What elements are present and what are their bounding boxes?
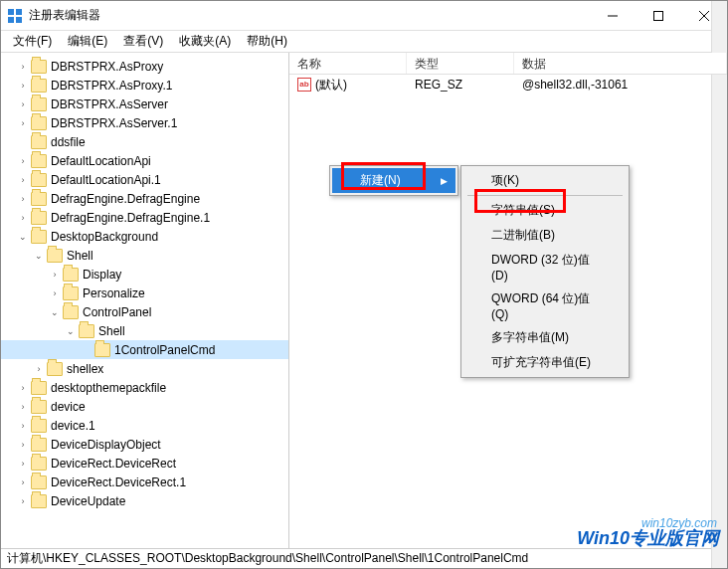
- tree-item-label: DefaultLocationApi.1: [51, 173, 161, 187]
- tree-item-label: DefaultLocationApi: [51, 154, 151, 168]
- list-header: 名称 类型 数据: [289, 53, 727, 75]
- column-type[interactable]: 类型: [407, 53, 514, 74]
- tree-item[interactable]: ›DefaultLocationApi.1: [1, 170, 288, 189]
- folder-icon: [31, 135, 47, 149]
- submenu-arrow-icon: ▶: [441, 176, 448, 186]
- menu-favorites[interactable]: 收藏夹(A): [171, 31, 239, 52]
- submenu-item[interactable]: 二进制值(B): [463, 223, 627, 248]
- tree-expanded-icon[interactable]: ⌄: [33, 250, 45, 262]
- tree-item[interactable]: ›DeviceUpdate: [1, 491, 288, 510]
- tree-item[interactable]: 1ControlPanelCmd: [1, 340, 288, 359]
- menu-edit[interactable]: 编辑(E): [60, 31, 115, 52]
- submenu-item[interactable]: QWORD (64 位)值(Q): [463, 286, 627, 325]
- submenu-item-label: QWORD (64 位)值(Q): [491, 290, 603, 321]
- menu-help[interactable]: 帮助(H): [239, 31, 295, 52]
- folder-icon: [31, 116, 47, 130]
- tree-item[interactable]: ›device: [1, 397, 288, 416]
- folder-icon: [31, 192, 47, 206]
- tree-collapsed-icon[interactable]: ›: [17, 439, 29, 451]
- tree-item-label: Personalize: [83, 286, 145, 300]
- tree-item[interactable]: ›DeviceRect.DeviceRect.1: [1, 473, 288, 491]
- string-value-icon: ab: [297, 78, 311, 92]
- tree-item[interactable]: ›DefaultLocationApi: [1, 151, 288, 170]
- folder-icon: [31, 400, 47, 414]
- tree-item-label: DeviceUpdate: [51, 494, 125, 508]
- context-menu[interactable]: 新建(N) ▶: [329, 165, 458, 196]
- tree-item[interactable]: ›DeviceDisplayObject: [1, 435, 288, 454]
- tree-item-label: DefragEngine.DefragEngine.1: [51, 211, 210, 225]
- tree-item[interactable]: ›Display: [1, 265, 288, 284]
- folder-icon: [31, 475, 47, 489]
- tree-expanded-icon[interactable]: ⌄: [17, 231, 29, 243]
- tree-item[interactable]: ⌄DesktopBackground: [1, 227, 288, 246]
- submenu-item[interactable]: 可扩充字符串值(E): [463, 350, 627, 375]
- menu-item-new-label: 新建(N): [360, 172, 401, 189]
- folder-icon: [63, 268, 79, 282]
- submenu-item[interactable]: 字符串值(S): [463, 198, 627, 223]
- tree-collapsed-icon[interactable]: ›: [17, 193, 29, 205]
- tree-item[interactable]: ›DefragEngine.DefragEngine.1: [1, 208, 288, 227]
- tree-panel[interactable]: ›DBRSTPRX.AsProxy›DBRSTPRX.AsProxy.1›DBR…: [1, 53, 289, 548]
- list-row[interactable]: ab(默认) REG_SZ @shell32.dll,-31061: [289, 75, 727, 95]
- tree-item[interactable]: ›shellex: [1, 359, 288, 378]
- column-data[interactable]: 数据: [514, 53, 727, 74]
- tree-collapsed-icon[interactable]: ›: [49, 287, 61, 299]
- tree-collapsed-icon[interactable]: ›: [17, 61, 29, 73]
- tree-item-label: Display: [83, 268, 121, 282]
- tree-item[interactable]: ›DBRSTPRX.AsProxy: [1, 57, 288, 76]
- submenu-new[interactable]: 项(K)字符串值(S)二进制值(B)DWORD (32 位)值(D)QWORD …: [460, 165, 630, 378]
- value-data: @shell32.dll,-31061: [514, 78, 727, 92]
- menu-file[interactable]: 文件(F): [5, 31, 60, 52]
- tree-item[interactable]: ⌄Shell: [1, 321, 288, 340]
- submenu-item[interactable]: 多字符串值(M): [463, 325, 627, 350]
- tree-item[interactable]: ›desktopthemepackfile: [1, 378, 288, 397]
- tree-collapsed-icon[interactable]: ›: [17, 155, 29, 167]
- submenu-item[interactable]: DWORD (32 位)值(D): [463, 248, 627, 286]
- tree-collapsed-icon[interactable]: ›: [17, 382, 29, 394]
- submenu-item-label: 字符串值(S): [491, 202, 555, 219]
- tree-item-label: Shell: [67, 249, 93, 263]
- tree-collapsed-icon[interactable]: ›: [17, 80, 29, 92]
- menu-view[interactable]: 查看(V): [115, 31, 171, 52]
- submenu-item-label: 多字符串值(M): [491, 329, 569, 346]
- submenu-item-label: 二进制值(B): [491, 227, 555, 244]
- tree-expanded-icon[interactable]: ⌄: [65, 325, 77, 337]
- window-title: 注册表编辑器: [29, 7, 100, 24]
- tree-collapsed-icon[interactable]: ›: [17, 420, 29, 432]
- tree-collapsed-icon[interactable]: ›: [17, 117, 29, 129]
- tree-item[interactable]: ›Personalize: [1, 284, 288, 302]
- tree-item[interactable]: ›DBRSTPRX.AsServer.1: [1, 113, 288, 132]
- tree-item[interactable]: ›DeviceRect.DeviceRect: [1, 454, 288, 473]
- tree-collapsed-icon[interactable]: ›: [33, 363, 45, 375]
- tree-item-label: DBRSTPRX.AsServer.1: [51, 116, 177, 130]
- svg-rect-2: [8, 17, 14, 23]
- tree-collapsed-icon[interactable]: ›: [17, 495, 29, 507]
- tree-item[interactable]: ⌄ControlPanel: [1, 302, 288, 321]
- tree-collapsed-icon[interactable]: ›: [17, 401, 29, 413]
- tree-collapsed-icon[interactable]: ›: [17, 458, 29, 470]
- tree-item[interactable]: ›device.1: [1, 416, 288, 435]
- tree-collapsed-icon[interactable]: ›: [17, 212, 29, 224]
- maximize-button[interactable]: [636, 1, 681, 31]
- tree-item[interactable]: ⌄Shell: [1, 246, 288, 265]
- value-name: (默认): [315, 78, 347, 92]
- tree-item[interactable]: ›DBRSTPRX.AsProxy.1: [1, 76, 288, 95]
- folder-icon: [31, 97, 47, 111]
- submenu-item[interactable]: 项(K): [463, 168, 627, 193]
- tree-collapsed-icon[interactable]: ›: [49, 269, 61, 281]
- tree-item[interactable]: ›DBRSTPRX.AsServer: [1, 95, 288, 113]
- tree-item-label: DBRSTPRX.AsProxy: [51, 60, 163, 74]
- tree-item[interactable]: ›DefragEngine.DefragEngine: [1, 189, 288, 208]
- folder-icon: [94, 343, 110, 357]
- menu-item-new[interactable]: 新建(N) ▶: [332, 168, 455, 193]
- submenu-item-label: 项(K): [491, 172, 519, 189]
- tree-collapsed-icon[interactable]: ›: [17, 174, 29, 186]
- tree-collapsed-icon[interactable]: ›: [17, 476, 29, 488]
- column-name[interactable]: 名称: [289, 53, 407, 74]
- minimize-button[interactable]: [590, 1, 636, 31]
- tree-item[interactable]: ddsfile: [1, 132, 288, 151]
- svg-rect-0: [8, 9, 14, 15]
- list-panel[interactable]: 名称 类型 数据 ab(默认) REG_SZ @shell32.dll,-310…: [289, 53, 727, 548]
- tree-expanded-icon[interactable]: ⌄: [49, 306, 61, 318]
- tree-collapsed-icon[interactable]: ›: [17, 98, 29, 110]
